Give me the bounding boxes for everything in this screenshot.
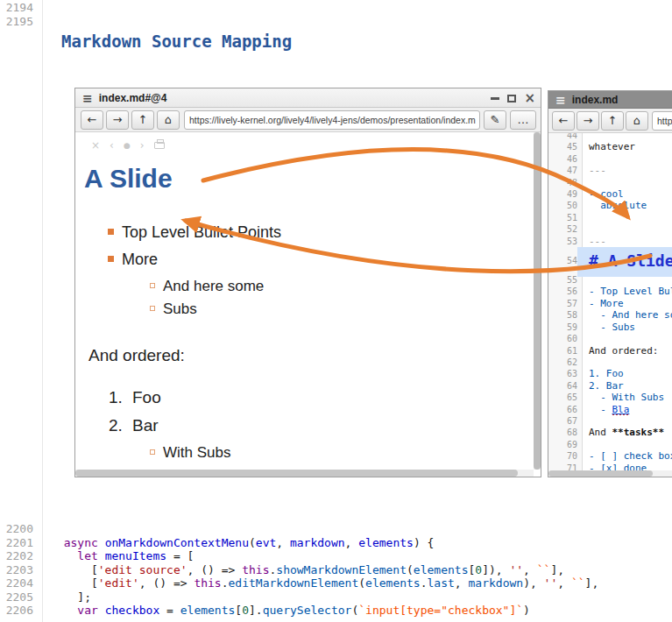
code-line: 57- More (548, 298, 672, 309)
code-line: 68And **tasks** (548, 427, 672, 438)
ordered-text: With Subs (163, 444, 230, 461)
code-line: 66 - Bla (548, 404, 672, 415)
bullet-icon (150, 283, 155, 288)
line-number: 45 (548, 141, 577, 152)
code-line: 2194 (0, 1, 672, 15)
left-window-titlebar[interactable]: ≡ index.md#@4 × (75, 88, 541, 108)
line-number: 2206 (0, 604, 33, 618)
line-number: 53 (548, 236, 577, 247)
back-button[interactable]: ← (552, 111, 575, 131)
code-line: 49- cool (548, 188, 672, 200)
page: 21942195 Markdown Source Mapping ≡ index… (0, 0, 672, 622)
line-number: 67 (548, 415, 577, 427)
slide-ordered-list: 1.Foo2.BarWith Subs (75, 388, 532, 467)
editor-horizontal-scrollbar[interactable] (548, 470, 672, 477)
slide-dot-icon[interactable]: ● (124, 141, 131, 150)
line-number: 52 (548, 223, 577, 235)
line-number: 2200 (0, 522, 33, 536)
bullet-text: Top Level Bullet Points (122, 223, 281, 241)
line-number: 47 (548, 165, 577, 176)
print-icon[interactable] (154, 142, 165, 149)
bullet-item: Top Level Bullet Points (75, 223, 532, 251)
line-number: 61 (548, 345, 577, 357)
vertical-scrollbar[interactable] (534, 132, 541, 470)
line-number: 58 (548, 309, 577, 321)
line-number: 48 (548, 177, 577, 188)
home-button[interactable]: ⌂ (626, 111, 648, 131)
fullscreen-icon[interactable]: × (91, 139, 100, 152)
up-button[interactable]: ↑ (131, 110, 154, 130)
javascript-code-block: 22002201 async onMarkdownContextMenu(evt… (0, 522, 672, 618)
line-number: 2195 (0, 15, 33, 29)
code-line: 60 (548, 333, 672, 344)
ordered-text: Foo (132, 388, 161, 406)
code-line: 44 (548, 133, 672, 141)
code-line: 2204 ['edit', () => this.editMarkdownEle… (0, 576, 672, 590)
line-number: 2194 (0, 1, 33, 15)
prev-slide-icon[interactable]: ‹ (110, 139, 114, 152)
code-line: 61And ordered: (548, 345, 672, 357)
bullet-icon (150, 449, 155, 455)
code-line: 2202 let menuItems = [ (0, 549, 672, 563)
bullet-text: And here some (163, 278, 264, 294)
right-window-titlebar[interactable]: ≡ index.md (548, 91, 672, 109)
up-button[interactable]: ↑ (601, 111, 624, 131)
code-line: 58 - And here some (548, 309, 672, 321)
presentation-controls: × ‹ ● › (91, 139, 165, 152)
code-line: 2200 (0, 522, 672, 536)
code-line: 67 (548, 415, 672, 427)
minimize-icon[interactable] (491, 97, 499, 100)
bullet-text: Subs (163, 300, 197, 317)
code-line: 2201 async onMarkdownContextMenu(evt, ma… (0, 536, 672, 550)
edit-button[interactable]: ✎ (484, 110, 506, 130)
line-number: 57 (548, 298, 577, 309)
more-button[interactable]: … (510, 110, 536, 130)
ordered-text: Bar (132, 416, 159, 435)
line-number: 2203 (0, 563, 33, 577)
line-number: 69 (548, 439, 577, 450)
code-line: 69 (548, 439, 672, 450)
code-line: 47--- (548, 165, 672, 176)
code-line: 2205 ]; (0, 590, 672, 604)
code-line: 51 (548, 212, 672, 223)
code-line: 2203 ['edit source', () => this.showMark… (0, 563, 672, 577)
ordered-item: With Subs (75, 444, 532, 467)
line-number: 56 (548, 286, 577, 297)
next-slide-icon[interactable]: › (140, 139, 145, 152)
code-line: 53--- (548, 236, 672, 247)
close-icon[interactable]: × (524, 94, 535, 102)
bullet-item: Subs (75, 300, 532, 323)
line-number: 59 (548, 322, 577, 333)
bullet-icon (150, 306, 155, 311)
url-input[interactable]: https (652, 111, 672, 131)
code-line: 48 (548, 177, 672, 188)
forward-button[interactable]: → (106, 110, 129, 130)
forward-button[interactable]: → (577, 111, 599, 131)
line-number: 63 (548, 368, 577, 379)
line-number: 46 (548, 153, 577, 165)
horizontal-scrollbar[interactable] (75, 470, 534, 477)
line-number: 65 (548, 392, 577, 403)
source-editor[interactable]: 4445whatever4647---4849- cool50 absolute… (548, 133, 672, 477)
bullet-text: More (122, 251, 158, 268)
url-input[interactable]: https://lively-kernel.org/lively4/lively… (184, 110, 480, 130)
menu-icon[interactable]: ≡ (555, 93, 566, 107)
maximize-icon[interactable] (507, 95, 516, 102)
menu-icon[interactable]: ≡ (82, 91, 93, 105)
code-line: 54# A Slide (548, 247, 672, 274)
code-line: 45whatever (548, 141, 672, 152)
left-window-toolbar: ← → ↑ ⌂ https://lively-kernel.org/lively… (75, 108, 541, 132)
home-button[interactable]: ⌂ (157, 110, 180, 130)
code-line: 65 - With Subs (548, 392, 672, 403)
bullet-item: More (75, 251, 532, 278)
line-number: 55 (548, 274, 577, 286)
line-number: 2204 (0, 576, 33, 590)
line-number: 60 (548, 333, 577, 344)
back-button[interactable]: ← (81, 110, 103, 130)
code-line: 2195 (0, 15, 672, 29)
line-number: 2202 (0, 549, 33, 563)
ordered-marker: 1. (109, 388, 123, 407)
line-number: 49 (548, 188, 577, 200)
code-line: 46 (548, 153, 672, 165)
left-window-title: index.md#@4 (99, 92, 167, 104)
